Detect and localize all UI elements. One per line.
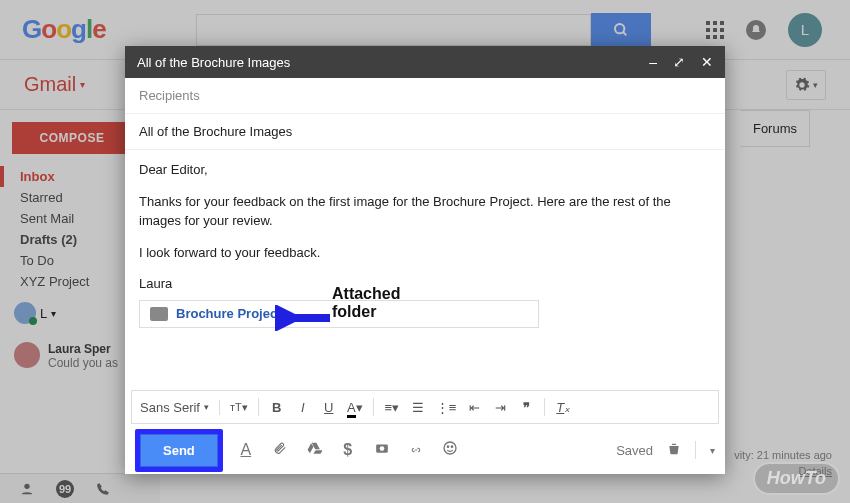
send-button[interactable]: Send xyxy=(140,434,218,467)
bold-button[interactable]: B xyxy=(269,400,285,415)
compose-titlebar[interactable]: All of the Brochure Images – ⤢ ✕ xyxy=(125,46,725,78)
quote-button[interactable]: ❞ xyxy=(518,400,534,415)
compose-window: All of the Brochure Images – ⤢ ✕ Recipie… xyxy=(125,46,725,474)
more-options-icon[interactable]: ▾ xyxy=(710,445,715,456)
underline-button[interactable]: U xyxy=(321,400,337,415)
recipients-field[interactable]: Recipients xyxy=(125,78,725,114)
body-para2: I look forward to your feedback. xyxy=(139,243,711,263)
google-logo: Google xyxy=(22,14,106,45)
search-button[interactable] xyxy=(591,13,651,47)
svg-point-0 xyxy=(615,24,624,33)
hangouts-bar: 99 xyxy=(0,473,160,503)
photo-icon[interactable] xyxy=(373,441,391,459)
annotation-arrow-icon xyxy=(275,305,335,331)
money-icon[interactable]: $ xyxy=(339,441,357,459)
body-greeting: Dear Editor, xyxy=(139,160,711,180)
phone-icon[interactable] xyxy=(94,480,112,498)
numbered-list-button[interactable]: ☰ xyxy=(410,400,426,415)
compose-title: All of the Brochure Images xyxy=(137,55,290,70)
hangouts-icon[interactable]: 99 xyxy=(56,480,74,498)
link-icon[interactable] xyxy=(407,441,425,459)
emoji-icon[interactable] xyxy=(441,440,459,460)
close-icon[interactable]: ✕ xyxy=(701,54,713,70)
notifications-icon[interactable] xyxy=(746,20,766,40)
presence-icon xyxy=(14,302,36,324)
dropdown-icon: ▾ xyxy=(51,308,56,319)
discard-icon[interactable] xyxy=(667,441,681,460)
format-toolbar: Sans Serif ▾ тT▾ B I U A▾ ≡▾ ☰ ⋮≡ ⇤ ⇥ ❞ … xyxy=(131,390,719,424)
saved-label: Saved xyxy=(616,443,653,458)
text-color-button[interactable]: A▾ xyxy=(347,400,363,415)
italic-button[interactable]: I xyxy=(295,400,311,415)
font-size-button[interactable]: тT▾ xyxy=(230,401,248,414)
folder-icon xyxy=(150,307,168,321)
dropdown-icon: ▾ xyxy=(80,79,85,90)
bulleted-list-button[interactable]: ⋮≡ xyxy=(436,400,457,415)
compose-send-row: Send A $ Saved ▾ xyxy=(125,426,725,474)
send-highlight: Send xyxy=(135,429,223,472)
indent-more-button[interactable]: ⇥ xyxy=(492,400,508,415)
contact-name: Laura Sper xyxy=(48,342,118,356)
dropdown-icon: ▾ xyxy=(204,402,209,412)
attachment-name: Brochure Project xyxy=(176,304,281,324)
annotation-label: Attached folder xyxy=(332,285,400,321)
gear-icon xyxy=(794,77,810,93)
subject-field[interactable]: All of the Brochure Images xyxy=(125,114,725,150)
body-para1: Thanks for your feedback on the first im… xyxy=(139,192,711,231)
svg-point-4 xyxy=(379,446,384,451)
search-input[interactable] xyxy=(196,14,591,46)
dropdown-icon: ▾ xyxy=(813,80,818,90)
compose-button[interactable]: COMPOSE xyxy=(12,122,132,154)
attach-file-icon[interactable] xyxy=(271,440,289,460)
watermark: HowTo xyxy=(753,462,840,495)
user-avatar[interactable]: L xyxy=(788,13,822,47)
person-icon[interactable] xyxy=(18,480,36,498)
contact-avatar xyxy=(14,342,40,368)
svg-point-7 xyxy=(451,446,452,447)
svg-point-5 xyxy=(444,442,456,454)
font-family-select[interactable]: Sans Serif xyxy=(140,400,200,415)
contact-snippet: Could you as xyxy=(48,356,118,370)
align-button[interactable]: ≡▾ xyxy=(384,400,400,415)
search-icon xyxy=(613,22,629,38)
body-signature: Laura xyxy=(139,274,711,294)
remove-format-button[interactable]: Tₓ xyxy=(555,400,571,415)
apps-icon[interactable] xyxy=(706,21,724,39)
indent-less-button[interactable]: ⇤ xyxy=(466,400,482,415)
expand-icon[interactable]: ⤢ xyxy=(673,54,685,70)
svg-point-6 xyxy=(447,446,448,447)
drive-icon[interactable] xyxy=(305,441,323,459)
compose-body[interactable]: Dear Editor, Thanks for your feedback on… xyxy=(125,150,725,388)
tab-forums[interactable]: Forums xyxy=(741,110,810,147)
svg-point-2 xyxy=(24,483,29,488)
gmail-logo[interactable]: Gmail ▾ xyxy=(24,73,85,96)
minimize-icon[interactable]: – xyxy=(649,54,657,70)
svg-line-1 xyxy=(623,32,626,35)
format-toggle-button[interactable]: A xyxy=(237,441,255,459)
settings-button[interactable]: ▾ xyxy=(786,70,826,100)
